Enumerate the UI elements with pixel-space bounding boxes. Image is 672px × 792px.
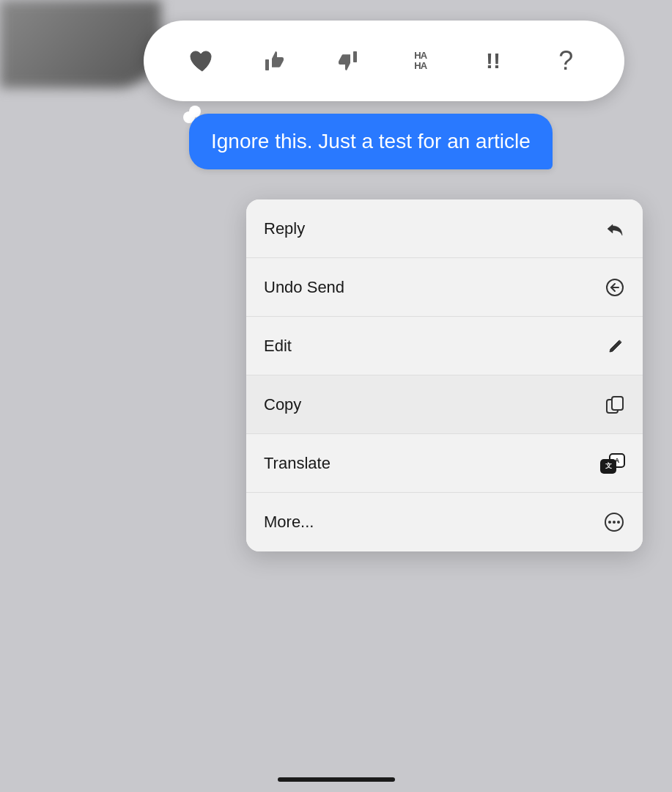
message-text: Ignore this. Just a test for an article	[211, 130, 531, 153]
svg-rect-2	[612, 397, 623, 410]
more-icon	[603, 511, 625, 533]
copy-icon	[605, 395, 625, 415]
question-label: ?	[558, 45, 573, 76]
haha-label: HAHA	[414, 51, 427, 72]
react-thumbs-down-button[interactable]	[322, 35, 373, 87]
react-exclamation-button[interactable]: !!	[468, 35, 519, 87]
translate-icon: A 文	[600, 453, 625, 474]
exclamation-label: !!	[486, 48, 501, 73]
svg-point-6	[617, 521, 620, 524]
svg-point-4	[608, 521, 611, 524]
more-label: More...	[264, 513, 314, 532]
undo-send-menu-item[interactable]: Undo Send	[246, 258, 643, 317]
react-haha-button[interactable]: HAHA	[395, 35, 446, 87]
background-blur	[0, 0, 161, 88]
reply-menu-item[interactable]: Reply	[246, 199, 643, 258]
reply-icon	[605, 219, 625, 239]
translate-menu-item[interactable]: Translate A 文	[246, 434, 643, 493]
reply-label: Reply	[264, 219, 305, 238]
react-thumbs-up-button[interactable]	[249, 35, 300, 87]
copy-menu-item[interactable]: Copy	[246, 375, 643, 434]
react-question-button[interactable]: ?	[540, 35, 591, 87]
reaction-bar: HAHA !! ?	[144, 21, 624, 101]
svg-point-5	[613, 521, 616, 524]
edit-icon	[606, 337, 625, 356]
undo-send-icon	[605, 277, 625, 298]
more-menu-item[interactable]: More...	[246, 493, 643, 551]
copy-label: Copy	[264, 395, 301, 414]
context-menu: Reply Undo Send Edit Copy	[246, 199, 643, 551]
translate-label: Translate	[264, 454, 331, 473]
edit-menu-item[interactable]: Edit	[246, 317, 643, 375]
message-bubble: Ignore this. Just a test for an article	[189, 114, 553, 169]
edit-label: Edit	[264, 337, 292, 356]
home-indicator	[278, 777, 395, 782]
undo-send-label: Undo Send	[264, 278, 344, 297]
react-heart-button[interactable]	[177, 35, 228, 87]
